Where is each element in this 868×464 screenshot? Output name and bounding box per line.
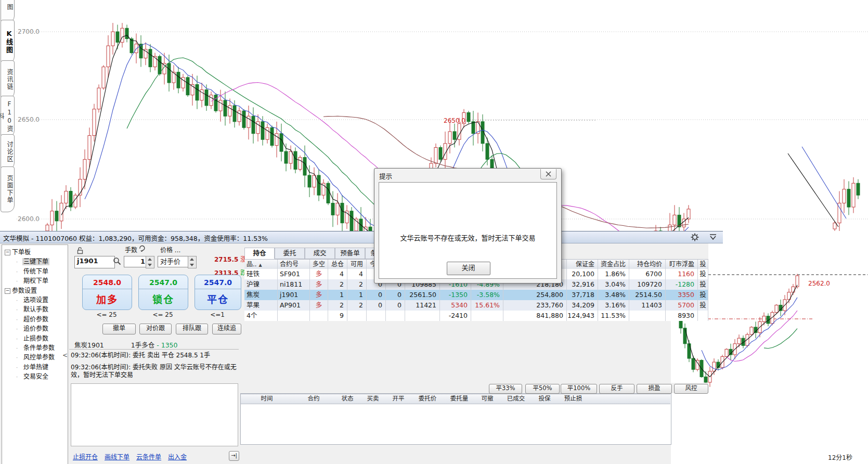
- order-log-2: 09:32:06(本机时间): 委托失败 原因 文华云账号不存在或无效，暂时无法…: [71, 364, 238, 379]
- position-row-AP901[interactable]: 苹果AP901多220011421534015.61%233,76034,209…: [244, 300, 708, 311]
- cell: 3350: [666, 290, 698, 300]
- positions-tab-委托[interactable]: 委托: [275, 248, 305, 259]
- cell: [386, 311, 405, 321]
- cell: 15.61%: [471, 300, 503, 311]
- cell: 254,800: [503, 290, 567, 300]
- tool-button-排队跟[interactable]: 排队跟: [176, 324, 208, 334]
- positions-tab-持仓[interactable]: 持仓: [244, 248, 275, 259]
- bottom-tab-止损开仓[interactable]: 止损开仓: [73, 454, 98, 461]
- search-icon[interactable]: [113, 257, 121, 265]
- y-axis-label: 2600.0: [18, 215, 40, 223]
- tabs-more-arrow[interactable]: →|: [229, 451, 239, 461]
- tree-item-交易安全[interactable]: ·交易安全: [2, 372, 68, 381]
- lots-cycle-icon[interactable]: [138, 244, 146, 252]
- tree-collapse-arrow[interactable]: <: [62, 350, 69, 361]
- tree-item-label: 三键下单: [22, 258, 49, 265]
- orders-header-cell: 已成交: [500, 394, 532, 404]
- tree-collapse-box[interactable]: −: [5, 288, 10, 294]
- cell: [405, 311, 440, 321]
- cell: 8930: [666, 311, 698, 321]
- tree-item-追价参数[interactable]: ·追价参数: [2, 324, 68, 333]
- cell: 资金占比: [598, 260, 629, 269]
- dialog-title: 提示: [379, 171, 392, 181]
- chart-tab-2[interactable]: K线图: [1, 20, 15, 63]
- cell: 合约号: [278, 260, 310, 269]
- tree-item-三键下单[interactable]: ·三键下单: [2, 257, 68, 266]
- price-mode-select[interactable]: 对手价: [158, 256, 190, 267]
- cell: 5700: [666, 300, 698, 311]
- tree-section-1[interactable]: −下单板: [2, 248, 68, 257]
- bottom-tab-画线下单[interactable]: 画线下单: [105, 454, 129, 461]
- collapse-panel-chevron-icon[interactable]: [709, 234, 717, 240]
- quick-button-反手[interactable]: 反手: [599, 384, 634, 394]
- tree-twig: ·: [16, 344, 22, 353]
- cell: [367, 311, 386, 321]
- y-axis-label: 2700.0: [18, 28, 40, 35]
- chart-tab-6[interactable]: 页面下单: [1, 166, 15, 212]
- order-cap-label: <= 25: [138, 311, 187, 318]
- tree-item-炒单热键[interactable]: ·炒单热键: [2, 363, 68, 372]
- tree-item-止损参数[interactable]: ·止损参数: [2, 334, 68, 343]
- tree-item-期权下单[interactable]: ·期权下单: [2, 276, 68, 286]
- unlock-icon[interactable]: [76, 247, 84, 254]
- tool-button-连续追[interactable]: 连续追: [212, 324, 241, 334]
- bottom-tab-出入金[interactable]: 出入金: [168, 454, 187, 461]
- order-button-平仓[interactable]: 2547.0平仓: [195, 275, 241, 310]
- lots-spinner[interactable]: [146, 256, 154, 268]
- cell: 6700: [629, 269, 666, 279]
- cell: 投: [698, 260, 708, 269]
- tree-item-label: 交易安全: [22, 373, 49, 380]
- cell: j1901: [278, 290, 310, 300]
- chart-tab-5[interactable]: 讨论区: [1, 134, 15, 170]
- tree-collapse-box[interactable]: −: [5, 250, 10, 255]
- tool-button-撤单[interactable]: 撤单: [102, 324, 136, 334]
- tree-item-传统下单[interactable]: ·传统下单: [2, 267, 68, 276]
- sort-arrow-icon[interactable]: ▲: [258, 263, 262, 267]
- cell: 投: [698, 279, 708, 290]
- dialog-close-button[interactable]: [540, 169, 556, 179]
- quick-button-风控[interactable]: 风控: [674, 384, 708, 394]
- position-row-j1901[interactable]: 焦炭j1901多11002561.50-1350-3.58%254,80037,…: [244, 290, 708, 300]
- orders-header-cell: 买卖: [360, 394, 385, 404]
- cell: 硅铁: [244, 269, 278, 279]
- tree-item-超价参数[interactable]: ·超价参数: [2, 315, 68, 324]
- orders-header-cell: 可撤: [475, 394, 500, 404]
- quick-button-损盈[interactable]: 损盈: [637, 384, 672, 394]
- tree-section-2[interactable]: −参数设置: [2, 286, 68, 295]
- cell: 841,880: [503, 311, 567, 321]
- cell: 2561.50: [405, 290, 440, 300]
- lots-input[interactable]: 1: [124, 256, 149, 267]
- contract-input[interactable]: j1901: [74, 256, 115, 268]
- order-log-1: 09:32:06(本机时间): 委托 卖出 平仓 2548.5 1手: [71, 352, 238, 359]
- cell: -1280: [666, 279, 698, 290]
- tree-item-风控单参数[interactable]: ·风控单参数: [2, 353, 68, 362]
- tool-button-对价跟[interactable]: 对价跟: [139, 324, 172, 334]
- tree-item-label: 默认手数: [22, 306, 49, 313]
- dialog-confirm-button[interactable]: 关闭: [447, 262, 490, 275]
- settings-gear-icon[interactable]: [691, 233, 699, 241]
- positions-tab-成交[interactable]: 成交: [305, 248, 335, 259]
- price-mode-label: 价格 ...: [160, 245, 180, 254]
- tree-twig: ·: [16, 334, 22, 344]
- quick-button-平100%[interactable]: 平100%: [561, 384, 597, 394]
- cell: 2: [347, 279, 367, 290]
- cell: SF901: [278, 269, 310, 279]
- chart-tab-3[interactable]: 资讯链: [1, 60, 15, 99]
- order-button-price: 2547.0: [195, 275, 241, 289]
- order-button-锁仓[interactable]: 2547.0锁仓: [138, 275, 188, 310]
- quick-button-平33%[interactable]: 平33%: [489, 384, 522, 394]
- quick-button-平50%[interactable]: 平50%: [525, 384, 560, 394]
- chart-tab-4[interactable]: F10资料: [1, 96, 15, 137]
- price-spinner[interactable]: [188, 256, 197, 268]
- bottom-tab-云条件单[interactable]: 云条件单: [136, 454, 161, 461]
- order-button-加多[interactable]: 2548.0加多: [82, 275, 132, 310]
- tree-item-选项设置[interactable]: ·选项设置: [2, 295, 68, 305]
- position-summary-line: 焦炭1901 1手多仓 - 1350: [74, 340, 178, 350]
- cell: 3.48%: [598, 290, 629, 300]
- positions-tab-预备单[interactable]: 预备单: [335, 248, 365, 259]
- position-pl: - 1350: [157, 341, 177, 349]
- tree-item-默认手数[interactable]: ·默认手数: [2, 305, 68, 314]
- cell: 32,916: [567, 279, 598, 290]
- tree-item-条件单参数[interactable]: ·条件单参数: [2, 343, 68, 353]
- cell: 持仓均价: [629, 260, 666, 269]
